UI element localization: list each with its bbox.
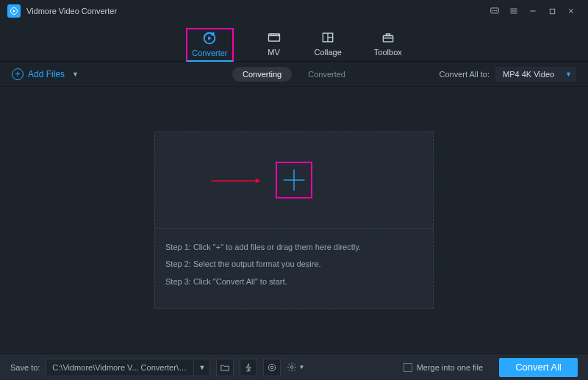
settings-button[interactable]: ▼ bbox=[287, 359, 304, 376]
toolbox-icon bbox=[380, 30, 396, 45]
chevron-down-icon: ▼ bbox=[72, 71, 79, 78]
svg-rect-24 bbox=[383, 36, 392, 42]
hardware-accel-button[interactable]: OFF bbox=[240, 359, 257, 376]
converter-icon bbox=[201, 31, 218, 46]
merge-label: Merge into one file bbox=[417, 363, 484, 372]
minimize-button[interactable] bbox=[523, 3, 542, 19]
menu-icon[interactable] bbox=[504, 3, 523, 19]
svg-marker-1 bbox=[13, 10, 15, 12]
convert-all-to: Convert All to: MP4 4K Video ▼ bbox=[440, 67, 576, 82]
main-area: Step 1: Click "+" to add files or drag t… bbox=[0, 87, 588, 354]
app-title: Vidmore Video Converter bbox=[26, 7, 117, 15]
mv-icon bbox=[266, 30, 282, 45]
step-3: Step 3: Click "Convert All" to start. bbox=[165, 273, 423, 290]
drop-zone[interactable]: Step 1: Click "+" to add files or drag t… bbox=[154, 132, 434, 308]
save-path-dropdown[interactable]: ▼ bbox=[193, 359, 209, 376]
toolbar: + Add Files ▼ Converting Converted Conve… bbox=[0, 62, 588, 87]
svg-rect-25 bbox=[386, 34, 390, 36]
checkbox-icon bbox=[404, 363, 412, 372]
svg-point-4 bbox=[495, 10, 495, 11]
bottom-bar: Save to: C:\Vidmore\Vidmore V... Convert… bbox=[0, 354, 588, 380]
svg-point-33 bbox=[271, 366, 274, 369]
save-path[interactable]: C:\Vidmore\Vidmore V... Converter\Conver… bbox=[46, 363, 193, 372]
svg-point-32 bbox=[269, 364, 276, 370]
tab-toolbox[interactable]: Toolbox bbox=[374, 30, 402, 61]
add-files-label: Add Files bbox=[28, 69, 65, 79]
maximize-button[interactable] bbox=[542, 3, 562, 19]
step-1: Step 1: Click "+" to add files or drag t… bbox=[165, 239, 423, 256]
plus-circle-icon: + bbox=[12, 68, 24, 80]
status-segmented: Converting Converted bbox=[232, 67, 356, 82]
open-folder-button[interactable] bbox=[216, 359, 234, 376]
add-files-plus[interactable] bbox=[276, 162, 312, 198]
step-2: Step 2: Select the output format you des… bbox=[165, 256, 423, 273]
segment-converted[interactable]: Converted bbox=[298, 67, 356, 82]
convert-all-button[interactable]: Convert All bbox=[499, 358, 578, 377]
annotation-arrow bbox=[199, 178, 273, 184]
save-to-label: Save to: bbox=[10, 363, 40, 372]
feedback-icon[interactable] bbox=[485, 3, 504, 19]
tab-mv[interactable]: MV bbox=[266, 30, 282, 61]
app-logo bbox=[7, 4, 21, 18]
svg-marker-14 bbox=[209, 36, 212, 40]
tab-collage[interactable]: Collage bbox=[315, 30, 342, 61]
tab-mv-label: MV bbox=[268, 48, 280, 57]
tab-converter[interactable]: Converter bbox=[186, 28, 233, 62]
instruction-steps: Step 1: Click "+" to add files or drag t… bbox=[155, 229, 433, 307]
chevron-down-icon: ▼ bbox=[565, 71, 572, 78]
title-bar: Vidmore Video Converter bbox=[0, 0, 588, 22]
save-path-box: C:\Vidmore\Vidmore V... Converter\Conver… bbox=[46, 359, 210, 376]
main-tabs: Converter MV Collage Toolbox bbox=[0, 22, 588, 62]
tab-collage-label: Collage bbox=[315, 48, 342, 57]
collage-icon bbox=[320, 30, 336, 45]
tab-toolbox-label: Toolbox bbox=[374, 48, 402, 57]
merge-checkbox[interactable]: Merge into one file bbox=[404, 363, 484, 372]
svg-point-5 bbox=[496, 10, 497, 11]
svg-point-3 bbox=[492, 10, 493, 11]
svg-text:OFF: OFF bbox=[246, 370, 251, 373]
add-files-button[interactable]: + Add Files ▼ bbox=[12, 68, 79, 80]
chevron-down-icon: ▼ bbox=[298, 364, 304, 370]
svg-marker-28 bbox=[256, 179, 261, 184]
close-button[interactable] bbox=[562, 3, 581, 19]
svg-point-34 bbox=[291, 366, 294, 369]
segment-converting[interactable]: Converting bbox=[232, 67, 292, 82]
high-speed-button[interactable] bbox=[263, 359, 281, 376]
tab-converter-label: Converter bbox=[192, 49, 227, 57]
output-format-dropdown[interactable]: MP4 4K Video ▼ bbox=[495, 67, 576, 82]
output-format-value: MP4 4K Video bbox=[503, 70, 554, 79]
svg-rect-10 bbox=[550, 9, 554, 13]
convert-all-to-label: Convert All to: bbox=[440, 70, 490, 79]
